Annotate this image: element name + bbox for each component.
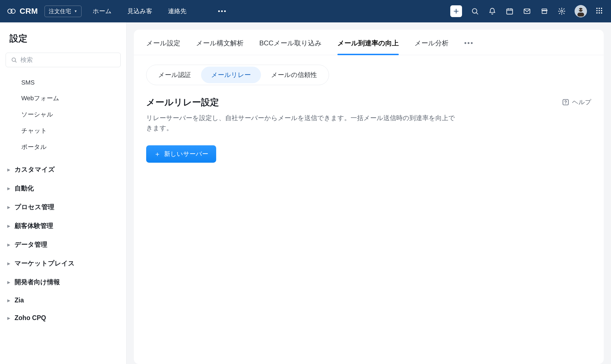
apps-launcher[interactable] — [595, 7, 604, 16]
create-button[interactable] — [450, 5, 462, 17]
sidebar-group-label: Zoho CPQ — [15, 314, 46, 322]
app-switcher[interactable]: 注文住宅 ▼ — [45, 6, 81, 17]
svg-rect-13 — [579, 9, 580, 10]
sidebar-group-label: マーケットプレイス — [15, 259, 75, 268]
mail-icon — [523, 7, 531, 15]
help-icon — [562, 99, 569, 106]
sidebar-group-marketplace[interactable]: ▶ マーケットプレイス — [4, 254, 122, 273]
logo-icon — [7, 6, 16, 16]
tab-mail-analytics[interactable]: メール分析 — [414, 39, 449, 55]
sidebar-group-developer[interactable]: ▶ 開発者向け情報 — [4, 273, 122, 291]
sidebar-subitems: SMS Webフォーム ソーシャル チャット ポータル — [4, 74, 122, 160]
settings-button[interactable] — [557, 7, 566, 16]
pill-auth[interactable]: メール認証 — [148, 67, 201, 83]
nav-more[interactable]: ••• — [218, 7, 227, 15]
svg-point-17 — [601, 8, 602, 9]
tab-bcc[interactable]: BCCメール取り込み — [259, 39, 322, 55]
search-icon — [471, 7, 479, 15]
calendar-icon — [506, 7, 514, 15]
nav-contacts[interactable]: 連絡先 — [168, 7, 186, 15]
sidebar-group-label: 顧客体験管理 — [15, 221, 53, 230]
avatar-icon — [575, 5, 587, 17]
mail-button[interactable] — [523, 7, 531, 16]
pill-relay[interactable]: メールリレー — [201, 67, 261, 83]
tabs-more[interactable]: ••• — [464, 39, 474, 54]
caret-right-icon: ▶ — [6, 316, 11, 320]
sidebar-group-customize[interactable]: ▶ カスタマイズ — [4, 160, 122, 179]
sidebar-group-automation[interactable]: ▶ 自動化 — [4, 179, 122, 198]
top-nav: ホーム 見込み客 連絡先 ••• — [93, 7, 227, 15]
new-server-button[interactable]: ＋ 新しいサーバー — [146, 145, 216, 163]
tab-deliverability[interactable]: メール到達率の向上 — [337, 39, 399, 55]
topbar: CRM 注文住宅 ▼ ホーム 見込み客 連絡先 ••• — [0, 0, 611, 22]
store-icon — [540, 7, 548, 15]
sidebar-group-cpq[interactable]: ▶ Zoho CPQ — [4, 309, 122, 327]
help-label: ヘルプ — [572, 98, 591, 106]
subtabs-row: メール認証 メールリレー メールの信頼性 — [146, 65, 329, 85]
user-avatar[interactable] — [575, 5, 587, 17]
sidebar: 設定 SMS Webフォーム ソーシャル チャット ポータル ▶ カスタマイズ … — [0, 22, 127, 364]
caret-right-icon: ▶ — [6, 205, 11, 209]
sidebar-item-chat[interactable]: チャット — [4, 123, 122, 139]
sidebar-group-label: Zia — [15, 297, 24, 304]
product-logo[interactable]: CRM — [7, 6, 38, 16]
search-icon — [11, 57, 17, 63]
new-server-label: 新しいサーバー — [164, 150, 208, 158]
main-card: メール設定 メール構文解析 BCCメール取り込み メール到達率の向上 メール分析… — [134, 30, 604, 364]
caret-right-icon: ▶ — [6, 242, 11, 247]
sidebar-item-sms[interactable]: SMS — [4, 75, 122, 90]
sidebar-group-cx[interactable]: ▶ 顧客体験管理 — [4, 216, 122, 235]
gear-icon — [558, 7, 566, 15]
calendar-button[interactable] — [505, 7, 514, 16]
svg-point-27 — [565, 103, 566, 104]
product-name: CRM — [20, 7, 38, 16]
sidebar-group-data[interactable]: ▶ データ管理 — [4, 235, 122, 254]
svg-point-20 — [601, 10, 602, 11]
sidebar-item-webform[interactable]: Webフォーム — [4, 90, 122, 106]
svg-point-16 — [599, 8, 600, 9]
caret-right-icon: ▶ — [6, 224, 11, 228]
sidebar-group-label: 自動化 — [15, 184, 34, 193]
chevron-down-icon: ▼ — [74, 9, 77, 13]
sidebar-item-social[interactable]: ソーシャル — [4, 106, 122, 123]
notifications-button[interactable] — [488, 7, 497, 16]
sidebar-group-process[interactable]: ▶ プロセス管理 — [4, 198, 122, 216]
sidebar-search[interactable] — [6, 53, 121, 67]
caret-right-icon: ▶ — [6, 298, 11, 303]
content-title: メールリレー設定 — [146, 96, 460, 109]
svg-point-1 — [11, 9, 15, 13]
caret-right-icon: ▶ — [6, 261, 11, 266]
sidebar-item-portal[interactable]: ポータル — [4, 139, 122, 155]
svg-line-25 — [15, 61, 16, 62]
tab-mail-settings[interactable]: メール設定 — [146, 39, 180, 55]
pill-reliability[interactable]: メールの信頼性 — [261, 67, 327, 83]
main-area: メール設定 メール構文解析 BCCメール取り込み メール到達率の向上 メール分析… — [127, 22, 611, 364]
app-switcher-label: 注文住宅 — [49, 8, 71, 15]
sidebar-group-label: データ管理 — [15, 240, 47, 249]
svg-point-23 — [601, 12, 602, 14]
svg-point-21 — [596, 12, 598, 14]
tabs-row: メール設定 メール構文解析 BCCメール取り込み メール到達率の向上 メール分析… — [134, 30, 604, 55]
svg-point-18 — [596, 10, 598, 11]
bell-icon — [488, 7, 496, 15]
content-description: リレーサーバーを設定し、自社サーバーからメールを送信できます。一括メール送信時の… — [146, 113, 460, 133]
svg-rect-4 — [507, 9, 513, 14]
marketplace-button[interactable] — [540, 7, 549, 16]
tab-mail-parser[interactable]: メール構文解析 — [196, 39, 244, 55]
sidebar-group-zia[interactable]: ▶ Zia — [4, 291, 122, 309]
topbar-right — [450, 5, 604, 17]
plus-icon: ＋ — [154, 151, 161, 157]
nav-home[interactable]: ホーム — [93, 7, 112, 15]
caret-right-icon: ▶ — [6, 280, 11, 284]
sidebar-search-input[interactable] — [20, 56, 115, 64]
nav-leads[interactable]: 見込み客 — [127, 7, 152, 15]
global-search-button[interactable] — [470, 7, 479, 16]
apps-grid-icon — [595, 7, 604, 15]
sidebar-group-label: カスタマイズ — [15, 165, 55, 174]
sidebar-group-label: 開発者向け情報 — [15, 278, 60, 286]
svg-rect-12 — [577, 13, 584, 17]
svg-point-19 — [599, 10, 600, 11]
help-link[interactable]: ヘルプ — [562, 98, 591, 106]
content-block: メールリレー設定 リレーサーバーを設定し、自社サーバーからメールを送信できます。… — [134, 85, 604, 163]
plus-icon — [453, 8, 459, 14]
